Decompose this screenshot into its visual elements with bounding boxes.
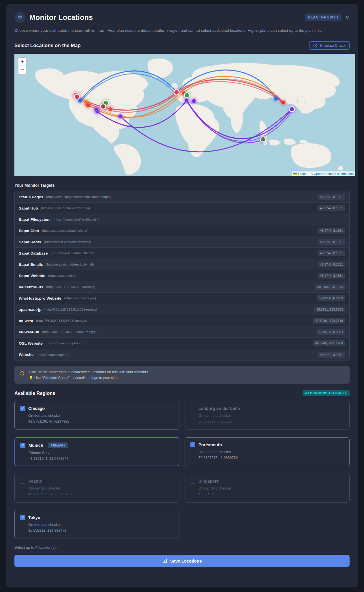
region-checkbox[interactable] [20, 443, 25, 448]
target-url: (https://sapat.chat/healthz/admin) [41, 206, 318, 210]
save-locations-button[interactable]: Save Locations [14, 555, 350, 567]
region-name: Seattle [28, 479, 42, 483]
map-zoom-control: + − [18, 57, 27, 74]
target-coords-badge: 48.9742, 8.1851 [318, 205, 345, 211]
marker-us-purple-3[interactable] [119, 115, 122, 118]
region-card-seattle[interactable]: Seattle PRIMARY On-demand checker 47.606… [14, 474, 179, 503]
region-coords: 50.383333, 8.066667 [198, 419, 344, 423]
region-coords: 41.8781136, -87.6297982 [28, 419, 174, 423]
region-name: Chicago [28, 406, 45, 411]
target-url: (http://209.126.0.56:8081/readyz) [46, 285, 315, 289]
target-row[interactable]: Status Pages (https://statuspage.me/heal… [15, 191, 349, 203]
region-coords: 50.8197675, -1.0880769 [198, 456, 344, 460]
region-card-limburg-an-der-lahn[interactable]: Limburg an der Lahn PRIMARY On-demand ch… [185, 401, 350, 430]
target-row[interactable]: Sapat Database (https://sapat.chat/healt… [15, 248, 349, 259]
target-row[interactable]: WhoHosts.pro Website (https://whohosts.p… [15, 293, 349, 304]
marker-us-maroon-ring[interactable] [101, 104, 106, 109]
world-map[interactable]: + − Leaflet | © OpenStreetMap contributo… [14, 54, 355, 176]
target-url: (https://whohosts.pro) [64, 296, 317, 300]
target-url: (https://sapat.chat/healthz/chat) [42, 229, 318, 232]
region-subtitle: On-demand checker [198, 486, 344, 490]
targets-list: Status Pages (https://statuspage.me/heal… [14, 191, 350, 361]
simulate-check-button[interactable]: Simulate Check [309, 41, 350, 50]
region-checkbox[interactable] [20, 479, 25, 484]
target-coords-badge: 45.5945, -121.1786 [313, 340, 345, 346]
tip-box: Click on the markers to select/deselect … [14, 366, 350, 384]
play-circle-icon [313, 44, 317, 48]
target-row[interactable]: na-central-us (http://209.126.0.56:8081/… [15, 281, 349, 293]
region-coords: 47.6062095, -122.3320708 [28, 492, 174, 496]
zoom-in-button[interactable]: + [18, 58, 26, 66]
target-name: na-west [19, 319, 33, 323]
target-coords-badge: 48.9742, 8.1851 [318, 194, 345, 200]
target-url: (http://85.239.233.60:8081/readyz) [36, 319, 313, 322]
target-coords-badge: 48.9742, 8.1851 [318, 250, 345, 256]
target-url: (https://sapat.chat) [48, 274, 318, 277]
target-row[interactable]: Sapat Chat (https://sapat.chat/healthz/c… [15, 225, 349, 236]
target-url: (http://103.125.216.51:8081/readyz) [44, 308, 314, 311]
marker-us-purple-2[interactable] [96, 110, 100, 114]
page-description: Choose where your distributed monitors w… [14, 27, 346, 34]
target-row[interactable]: Sapat Filesystem (https://sapat.chat/hea… [15, 214, 349, 225]
osm-link[interactable]: © OpenStreetMap contributors [311, 172, 354, 175]
zoom-out-button[interactable]: − [18, 66, 26, 74]
target-name: OSL Website [19, 341, 43, 346]
region-subtitle: On-demand checker [28, 414, 174, 418]
target-name: Sapat Database [19, 251, 48, 255]
region-card-portsmouth[interactable]: Portsmouth PRIMARY On-demand checker 50.… [185, 437, 350, 466]
target-name: Website [19, 352, 34, 357]
target-row[interactable]: Sapat Hub (https://sapat.chat/healthz/ad… [15, 203, 349, 214]
target-row[interactable]: apac-east-jp (http://103.125.216.51:8081… [15, 304, 349, 315]
marker-eu-purple-2[interactable] [192, 99, 196, 103]
targets-heading: Your Monitor Targets [14, 183, 350, 188]
monitor-locations-panel: Monitor Locations PLAN: GROWTH ↻ Choose … [6, 4, 358, 587]
target-coords-badge: 48.9742, 8.1851 [318, 352, 345, 358]
target-coords-badge: 50.8514, -0.9903 [317, 329, 345, 335]
plan-badge: PLAN: GROWTH [305, 14, 342, 21]
region-checkbox[interactable] [190, 406, 195, 411]
region-subtitle: On-demand checker [28, 523, 174, 527]
target-row[interactable]: Sapat Emails (https://sapat.chat/healthz… [15, 259, 349, 270]
marker-eu-red-ring[interactable] [174, 90, 179, 95]
region-checkbox[interactable] [190, 442, 195, 447]
region-coords: 1.29, 103.8503 [198, 492, 344, 496]
target-row[interactable]: Šapat Website (https://sapat.chat) 48.97… [15, 270, 349, 281]
refresh-icon[interactable]: ↻ [346, 14, 350, 20]
target-name: Sapat Chat [19, 229, 39, 233]
target-row[interactable]: Sapat Redis (https://sapat.chat/healthz/… [15, 236, 349, 248]
lightbulb-icon [19, 371, 25, 379]
marker-eu-purple-1[interactable] [185, 99, 189, 102]
primary-badge: PRIMARY [48, 442, 68, 448]
target-coords-badge: 48.9742, 8.1851 [318, 239, 345, 245]
target-row[interactable]: eu-west-uk (http://149.102.146.185:8081/… [15, 326, 349, 338]
marker-eu-green-ring[interactable] [184, 93, 189, 98]
region-checkbox[interactable] [190, 479, 195, 484]
marker-singapore-gray-ring[interactable] [260, 137, 266, 142]
target-row[interactable]: Website (https://statuspage.me) 48.9742,… [15, 349, 349, 360]
marker-us-red-2[interactable] [109, 107, 112, 111]
target-name: eu-west-uk [19, 330, 39, 334]
location-pin-icon [14, 12, 25, 23]
region-name: Portsmouth [198, 442, 222, 447]
region-card-munich[interactable]: Munich PRIMARY Primary Server 48.1371541… [14, 437, 179, 466]
leaflet-link[interactable]: Leaflet [298, 172, 307, 175]
marker-us-red-1[interactable] [87, 104, 90, 107]
target-row[interactable]: OSL Website (https://openstartuplist.com… [15, 338, 349, 349]
region-card-singapore[interactable]: Singapore PRIMARY On-demand checker 1.29… [185, 474, 350, 503]
marker-seattle-blue[interactable] [78, 99, 82, 103]
target-coords-badge: 35.6761, 139.6503 [314, 307, 345, 312]
target-row[interactable]: na-west (http://85.239.233.60:8081/ready… [15, 315, 349, 326]
region-checkbox[interactable] [20, 406, 25, 411]
region-card-tokyo[interactable]: Tokyo PRIMARY On-demand checker 35.65283… [14, 510, 179, 539]
tip-line2: 💡 Use "Simulate Check" to visualize ping… [29, 375, 149, 381]
target-url: (https://sapat.chat/healthz/redis) [44, 240, 318, 244]
region-checkbox[interactable] [20, 515, 25, 520]
region-card-chicago[interactable]: Chicago PRIMARY On-demand checker 41.878… [14, 401, 179, 430]
marker-asia-red[interactable] [282, 101, 285, 104]
target-name: WhoHosts.pro Website [19, 296, 61, 300]
marker-tokyo-purple-ring[interactable] [289, 107, 294, 112]
region-name: Tokyo [28, 515, 40, 520]
map-attribution: Leaflet | © OpenStreetMap contributors [292, 171, 355, 176]
target-url: (https://statuspage.me/healthz/status-pa… [46, 195, 318, 199]
marker-asia-blue[interactable] [274, 97, 278, 101]
